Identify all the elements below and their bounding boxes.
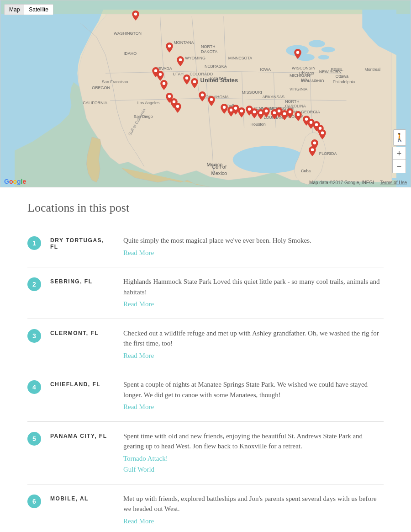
location-description: Spent time with old and new friends, enj… [123,431,384,475]
location-number: 4 [27,380,41,394]
read-more-link[interactable]: Read More [123,402,384,412]
location-name: Chiefland, FL [50,381,114,388]
svg-point-7 [318,55,329,59]
map-pin[interactable] [132,11,139,22]
location-description: Met up with friends, explored battleship… [123,494,384,527]
svg-text:Cuba: Cuba [301,169,311,173]
svg-point-91 [296,51,299,54]
location-name: Clermont, FL [50,330,114,336]
svg-text:NORTH: NORTH [201,44,216,49]
location-list: 1Dry Tortugas, FLQuite simply the most m… [27,226,384,532]
map-pin[interactable] [166,43,173,54]
svg-text:MINNESOTA: MINNESOTA [228,56,253,60]
svg-point-85 [310,121,312,124]
location-desc-text: Spent time with old and new friends, enj… [123,431,384,452]
satellite-button[interactable]: Satellite [24,5,53,15]
location-number: 5 [27,432,41,446]
svg-text:IOWA: IOWA [260,67,271,72]
svg-point-73 [234,107,237,110]
map-pin[interactable] [174,103,181,115]
map-pin[interactable] [160,80,168,92]
svg-text:KANSAS: KANSAS [210,76,227,81]
location-name: Panama City, FL [50,433,114,439]
map-pin[interactable] [319,129,326,141]
svg-point-90 [311,149,314,151]
read-more-link[interactable]: Read More [123,351,384,361]
svg-point-60 [179,59,182,61]
map-terms[interactable]: Terms of Use [380,180,407,185]
location-description: Quite simply the most magical place we'v… [123,235,384,258]
read-more-link[interactable]: Gulf World [123,464,384,475]
svg-point-63 [163,82,165,85]
svg-text:Mexico: Mexico [211,170,227,176]
location-number: 6 [27,495,41,508]
svg-text:GEORGIA: GEORGIA [301,110,320,114]
svg-point-81 [283,112,286,115]
location-item: 6Mobile, ALMet up with friends, explored… [27,484,384,532]
map-container: United States Gulf of Mexico Mexico OREG… [0,0,411,187]
svg-point-62 [159,73,162,76]
read-more-link[interactable]: Read More [123,516,384,527]
read-more-link[interactable]: Tornado Attack! [123,453,384,464]
google-logo: Google [4,178,26,185]
read-more-link[interactable]: Read More [123,248,384,258]
svg-text:IDAHO: IDAHO [124,51,137,56]
svg-point-5 [321,47,335,53]
svg-text:Ottawa: Ottawa [336,74,348,79]
map-pin[interactable] [263,107,270,119]
svg-text:CALIFORNIA: CALIFORNIA [83,101,107,105]
map-pin[interactable] [191,78,198,90]
map-pin[interactable] [208,96,215,108]
svg-text:MICHIGAN: MICHIGAN [290,73,310,78]
map-attribution: Map data ©2017 Google, INEGI [309,180,374,185]
svg-point-88 [321,132,324,134]
svg-text:NORTH: NORTH [285,99,300,104]
svg-point-70 [176,105,179,108]
zoom-out-button[interactable]: − [393,160,406,173]
map-button[interactable]: Map [5,5,24,15]
map-pin[interactable] [221,104,228,116]
svg-text:San Francisco: San Francisco [102,80,128,84]
svg-text:WYOMING: WYOMING [185,56,206,60]
svg-text:WASHINGTON: WASHINGTON [114,31,142,36]
map-pin[interactable] [199,91,206,103]
svg-point-77 [259,112,262,114]
map-type-controls: Map Satellite [4,4,53,15]
section-title: Locations in this post [27,201,384,215]
svg-text:INDIANA: INDIANA [301,79,317,83]
zoom-in-button[interactable]: + [393,147,406,160]
svg-text:UTAH: UTAH [173,72,184,76]
svg-point-68 [168,95,171,98]
read-more-link[interactable]: Read More [123,299,384,309]
map-pin[interactable] [238,107,245,119]
location-item: 5Panama City, FLSpent time with old and … [27,421,384,484]
svg-point-83 [297,113,300,116]
map-pin[interactable] [294,49,301,61]
map-pin[interactable] [295,111,302,123]
map-pin[interactable] [309,146,316,158]
svg-point-80 [278,110,280,112]
svg-rect-2 [1,0,410,14]
location-desc-text: Spent a couple of nights at Manatee Spri… [123,379,384,400]
svg-text:COLORADO: COLORADO [190,72,213,76]
svg-point-74 [240,110,243,112]
map-pin[interactable] [177,56,184,68]
svg-text:OREGON: OREGON [92,85,110,90]
svg-text:PENN.: PENN. [331,67,343,72]
location-desc-text: Checked out a wildlife refuge and met up… [123,328,384,349]
svg-text:Houston: Houston [251,122,266,127]
location-description: Checked out a wildlife refuge and met up… [123,328,384,361]
location-desc-text: Quite simply the most magical place we'v… [123,235,384,246]
svg-point-59 [168,45,171,48]
map-pin[interactable] [183,74,190,86]
content-section: Locations in this post 1Dry Tortugas, FL… [0,187,411,532]
svg-text:WISCONSIN: WISCONSIN [292,66,316,70]
map-pin[interactable] [286,108,294,120]
pegman-control[interactable]: 🚶 [393,129,406,146]
svg-point-4 [309,40,325,48]
location-number: 3 [27,329,41,343]
location-item: 4Chiefland, FLSpent a couple of nights a… [27,370,384,421]
svg-text:NEBRASKA: NEBRASKA [205,64,227,69]
location-name: Dry Tortugas, FL [50,237,114,250]
svg-text:ARKANSAS: ARKANSAS [262,95,285,99]
